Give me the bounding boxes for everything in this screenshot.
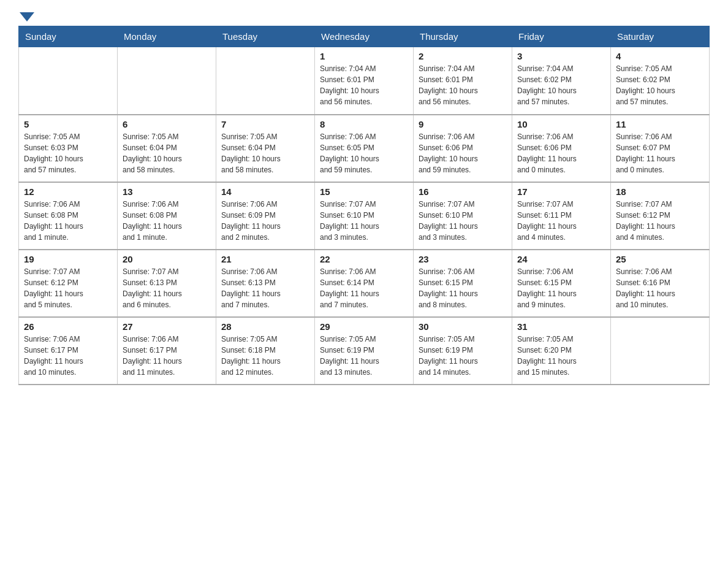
day-info: Sunrise: 7:05 AM Sunset: 6:04 PM Dayligh…: [123, 131, 211, 175]
calendar-cell: 2Sunrise: 7:04 AM Sunset: 6:01 PM Daylig…: [414, 47, 512, 115]
calendar-cell: 6Sunrise: 7:05 AM Sunset: 6:04 PM Daylig…: [118, 115, 216, 182]
day-info: Sunrise: 7:06 AM Sunset: 6:08 PM Dayligh…: [24, 199, 112, 243]
day-number: 30: [419, 321, 507, 332]
calendar-cell: 9Sunrise: 7:06 AM Sunset: 6:06 PM Daylig…: [414, 115, 512, 182]
calendar-week-row: 19Sunrise: 7:07 AM Sunset: 6:12 PM Dayli…: [19, 250, 710, 317]
day-number: 15: [320, 186, 408, 197]
calendar-cell: 31Sunrise: 7:05 AM Sunset: 6:20 PM Dayli…: [512, 317, 611, 385]
day-number: 20: [123, 254, 211, 264]
day-info: Sunrise: 7:06 AM Sunset: 6:06 PM Dayligh…: [517, 131, 605, 175]
day-number: 6: [123, 119, 211, 129]
day-info: Sunrise: 7:06 AM Sunset: 6:06 PM Dayligh…: [419, 131, 507, 175]
calendar-cell: 15Sunrise: 7:07 AM Sunset: 6:10 PM Dayli…: [315, 182, 414, 250]
day-info: Sunrise: 7:07 AM Sunset: 6:11 PM Dayligh…: [517, 199, 605, 243]
day-info: Sunrise: 7:05 AM Sunset: 6:02 PM Dayligh…: [616, 63, 704, 107]
day-info: Sunrise: 7:06 AM Sunset: 6:08 PM Dayligh…: [123, 199, 211, 243]
day-number: 17: [517, 186, 605, 197]
day-of-week-header: Wednesday: [315, 26, 414, 47]
calendar-cell: 24Sunrise: 7:06 AM Sunset: 6:15 PM Dayli…: [512, 250, 611, 317]
calendar-cell: 8Sunrise: 7:06 AM Sunset: 6:05 PM Daylig…: [315, 115, 414, 182]
calendar-cell: 7Sunrise: 7:05 AM Sunset: 6:04 PM Daylig…: [216, 115, 315, 182]
day-info: Sunrise: 7:06 AM Sunset: 6:17 PM Dayligh…: [123, 334, 211, 378]
calendar-cell: 12Sunrise: 7:06 AM Sunset: 6:08 PM Dayli…: [19, 182, 118, 250]
day-number: 18: [616, 186, 704, 197]
day-number: 1: [320, 51, 408, 61]
day-number: 4: [616, 51, 704, 61]
calendar-cell: [118, 47, 216, 115]
calendar-cell: 23Sunrise: 7:06 AM Sunset: 6:15 PM Dayli…: [414, 250, 512, 317]
day-number: 7: [221, 119, 309, 129]
calendar-cell: 30Sunrise: 7:05 AM Sunset: 6:19 PM Dayli…: [414, 317, 512, 385]
day-info: Sunrise: 7:07 AM Sunset: 6:10 PM Dayligh…: [320, 199, 408, 243]
day-info: Sunrise: 7:07 AM Sunset: 6:10 PM Dayligh…: [419, 199, 507, 243]
day-of-week-header: Saturday: [611, 26, 710, 47]
calendar-cell: 22Sunrise: 7:06 AM Sunset: 6:14 PM Dayli…: [315, 250, 414, 317]
calendar-cell: 3Sunrise: 7:04 AM Sunset: 6:02 PM Daylig…: [512, 47, 611, 115]
day-info: Sunrise: 7:05 AM Sunset: 6:19 PM Dayligh…: [419, 334, 507, 378]
day-info: Sunrise: 7:06 AM Sunset: 6:07 PM Dayligh…: [616, 131, 704, 175]
calendar-week-row: 26Sunrise: 7:06 AM Sunset: 6:17 PM Dayli…: [19, 317, 710, 385]
day-number: 27: [123, 321, 211, 332]
day-info: Sunrise: 7:04 AM Sunset: 6:01 PM Dayligh…: [320, 63, 408, 107]
day-info: Sunrise: 7:05 AM Sunset: 6:20 PM Dayligh…: [517, 334, 605, 378]
day-info: Sunrise: 7:06 AM Sunset: 6:05 PM Dayligh…: [320, 131, 408, 175]
day-info: Sunrise: 7:05 AM Sunset: 6:19 PM Dayligh…: [320, 334, 408, 378]
day-info: Sunrise: 7:06 AM Sunset: 6:13 PM Dayligh…: [221, 266, 309, 310]
day-info: Sunrise: 7:04 AM Sunset: 6:02 PM Dayligh…: [517, 63, 605, 107]
day-number: 3: [517, 51, 605, 61]
day-number: 21: [221, 254, 309, 264]
calendar-week-row: 12Sunrise: 7:06 AM Sunset: 6:08 PM Dayli…: [19, 182, 710, 250]
logo: [18, 12, 34, 20]
day-number: 28: [221, 321, 309, 332]
calendar-cell: 29Sunrise: 7:05 AM Sunset: 6:19 PM Dayli…: [315, 317, 414, 385]
calendar-week-row: 1Sunrise: 7:04 AM Sunset: 6:01 PM Daylig…: [19, 47, 710, 115]
calendar-cell: 17Sunrise: 7:07 AM Sunset: 6:11 PM Dayli…: [512, 182, 611, 250]
day-number: 9: [419, 119, 507, 129]
calendar-cell: 10Sunrise: 7:06 AM Sunset: 6:06 PM Dayli…: [512, 115, 611, 182]
day-number: 5: [24, 119, 112, 129]
day-of-week-header: Thursday: [414, 26, 512, 47]
calendar-cell: [611, 317, 710, 385]
day-number: 29: [320, 321, 408, 332]
day-info: Sunrise: 7:06 AM Sunset: 6:09 PM Dayligh…: [221, 199, 309, 243]
calendar-cell: 25Sunrise: 7:06 AM Sunset: 6:16 PM Dayli…: [611, 250, 710, 317]
day-number: 24: [517, 254, 605, 264]
day-info: Sunrise: 7:06 AM Sunset: 6:15 PM Dayligh…: [419, 266, 507, 310]
calendar-cell: 21Sunrise: 7:06 AM Sunset: 6:13 PM Dayli…: [216, 250, 315, 317]
calendar-cell: 5Sunrise: 7:05 AM Sunset: 6:03 PM Daylig…: [19, 115, 118, 182]
day-of-week-header: Monday: [118, 26, 216, 47]
day-number: 22: [320, 254, 408, 264]
day-number: 26: [24, 321, 112, 332]
day-number: 13: [123, 186, 211, 197]
calendar-cell: 11Sunrise: 7:06 AM Sunset: 6:07 PM Dayli…: [611, 115, 710, 182]
day-of-week-header: Tuesday: [216, 26, 315, 47]
calendar-week-row: 5Sunrise: 7:05 AM Sunset: 6:03 PM Daylig…: [19, 115, 710, 182]
calendar-header-row: SundayMondayTuesdayWednesdayThursdayFrid…: [19, 26, 710, 47]
day-number: 11: [616, 119, 704, 129]
day-info: Sunrise: 7:06 AM Sunset: 6:14 PM Dayligh…: [320, 266, 408, 310]
day-number: 23: [419, 254, 507, 264]
calendar-table: SundayMondayTuesdayWednesdayThursdayFrid…: [18, 26, 710, 385]
day-info: Sunrise: 7:05 AM Sunset: 6:03 PM Dayligh…: [24, 131, 112, 175]
day-number: 10: [517, 119, 605, 129]
calendar-cell: 16Sunrise: 7:07 AM Sunset: 6:10 PM Dayli…: [414, 182, 512, 250]
day-info: Sunrise: 7:06 AM Sunset: 6:16 PM Dayligh…: [616, 266, 704, 310]
day-number: 14: [221, 186, 309, 197]
day-number: 25: [616, 254, 704, 264]
calendar-cell: 18Sunrise: 7:07 AM Sunset: 6:12 PM Dayli…: [611, 182, 710, 250]
day-info: Sunrise: 7:04 AM Sunset: 6:01 PM Dayligh…: [419, 63, 507, 107]
day-of-week-header: Sunday: [19, 26, 118, 47]
day-number: 12: [24, 186, 112, 197]
day-info: Sunrise: 7:05 AM Sunset: 6:18 PM Dayligh…: [221, 334, 309, 378]
calendar-cell: 14Sunrise: 7:06 AM Sunset: 6:09 PM Dayli…: [216, 182, 315, 250]
day-number: 16: [419, 186, 507, 197]
day-info: Sunrise: 7:05 AM Sunset: 6:04 PM Dayligh…: [221, 131, 309, 175]
day-info: Sunrise: 7:06 AM Sunset: 6:15 PM Dayligh…: [517, 266, 605, 310]
day-of-week-header: Friday: [512, 26, 611, 47]
calendar-cell: [19, 47, 118, 115]
day-info: Sunrise: 7:07 AM Sunset: 6:12 PM Dayligh…: [24, 266, 112, 310]
day-info: Sunrise: 7:07 AM Sunset: 6:12 PM Dayligh…: [616, 199, 704, 243]
day-number: 8: [320, 119, 408, 129]
calendar-cell: 19Sunrise: 7:07 AM Sunset: 6:12 PM Dayli…: [19, 250, 118, 317]
calendar-cell: [216, 47, 315, 115]
